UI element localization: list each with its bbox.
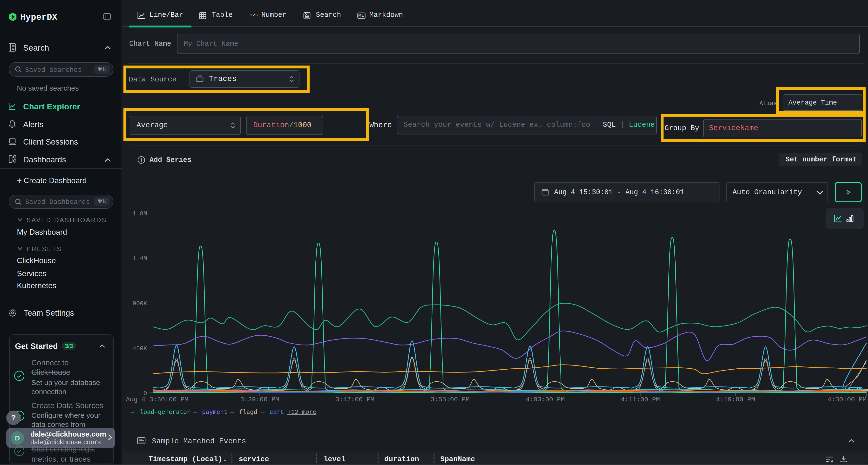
svg-text:Aug 4 3:30:00 PM: Aug 4 3:30:00 PM (126, 396, 188, 403)
svg-text:4:19:00 PM: 4:19:00 PM (716, 396, 755, 403)
svg-text:3:55:00 PM: 3:55:00 PM (431, 396, 470, 403)
svg-text:900K: 900K (133, 300, 147, 307)
svg-text:1.8M: 1.8M (133, 210, 147, 217)
svg-text:1.4M: 1.4M (133, 255, 147, 262)
svg-text:4:03:00 PM: 4:03:00 PM (526, 396, 565, 403)
svg-text:450K: 450K (133, 345, 147, 352)
svg-text:3:39:00 PM: 3:39:00 PM (240, 396, 279, 403)
svg-text:4:11:00 PM: 4:11:00 PM (621, 396, 660, 403)
svg-text:3:47:00 PM: 3:47:00 PM (335, 396, 374, 403)
svg-text:4:30:00 PM: 4:30:00 PM (828, 396, 867, 403)
